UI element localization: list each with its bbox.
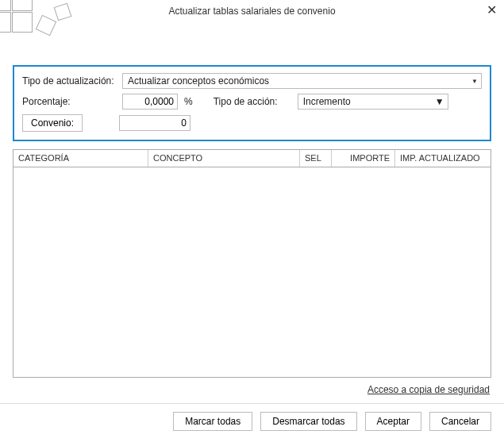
porcentaje-sign: % xyxy=(184,96,193,107)
porcentaje-label: Porcentaje: xyxy=(22,96,117,107)
grid-header: CATEGORÍA CONCEPTO SEL IMPORTE IMP. ACTU… xyxy=(13,150,491,167)
aceptar-label: Aceptar xyxy=(377,416,410,427)
grid-body[interactable] xyxy=(13,167,491,377)
marcar-todas-button[interactable]: Marcar todas xyxy=(173,412,252,431)
marcar-todas-label: Marcar todas xyxy=(185,416,240,427)
close-icon: ✕ xyxy=(487,3,497,17)
convenio-input[interactable] xyxy=(119,115,190,131)
porcentaje-input[interactable] xyxy=(122,94,178,110)
tipo-accion-label: Tipo de acción: xyxy=(214,96,293,107)
convenio-button[interactable]: Convenio: xyxy=(22,114,83,132)
aceptar-button[interactable]: Aceptar xyxy=(365,412,421,431)
window-title: Actualizar tablas salariales de convenio xyxy=(168,6,335,17)
column-concepto[interactable]: CONCEPTO xyxy=(148,150,300,167)
tipo-accion-select[interactable]: Incremento ▼ xyxy=(298,94,448,110)
salary-grid: CATEGORÍA CONCEPTO SEL IMPORTE IMP. ACTU… xyxy=(13,149,491,378)
desmarcar-todas-button[interactable]: Desmarcar todas xyxy=(260,412,356,431)
footer-buttons: Marcar todas Desmarcar todas Aceptar Can… xyxy=(0,404,504,431)
cancelar-button[interactable]: Cancelar xyxy=(429,412,491,431)
column-sel[interactable]: SEL xyxy=(300,150,332,167)
tipo-actualizacion-label: Tipo de actualización: xyxy=(22,75,117,86)
parameters-panel: Tipo de actualización: Actualizar concep… xyxy=(13,65,491,141)
column-importe[interactable]: IMPORTE xyxy=(332,150,395,167)
chevron-down-icon: ▼ xyxy=(471,78,478,85)
tipo-accion-value: Incremento xyxy=(303,96,351,107)
tipo-actualizacion-select[interactable]: Actualizar conceptos económicos ▼ xyxy=(122,73,482,89)
column-categoria[interactable]: CATEGORÍA xyxy=(13,150,148,167)
convenio-button-label: Convenio: xyxy=(31,117,74,129)
cancelar-label: Cancelar xyxy=(441,416,479,427)
column-imp-actualizado[interactable]: IMP. ACTUALIZADO xyxy=(395,150,491,167)
chevron-down-icon: ▼ xyxy=(435,96,444,107)
desmarcar-todas-label: Desmarcar todas xyxy=(272,416,344,427)
close-button[interactable]: ✕ xyxy=(482,2,499,19)
tipo-actualizacion-value: Actualizar conceptos económicos xyxy=(128,75,269,86)
backup-link[interactable]: Acceso a copia de seguridad xyxy=(367,384,490,395)
